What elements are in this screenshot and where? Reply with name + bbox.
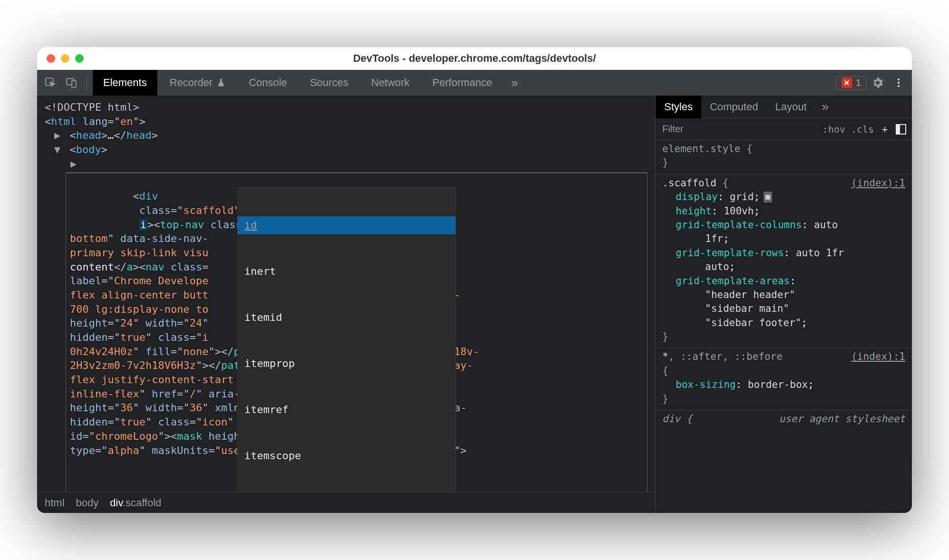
tab-styles[interactable]: Styles — [656, 96, 701, 118]
ac-item-inert[interactable]: inert — [238, 262, 455, 280]
ua-stylesheet-label: user agent stylesheet — [692, 412, 905, 426]
ac-item-id[interactable]: id — [238, 216, 455, 234]
sidebar-toggle-icon[interactable] — [896, 124, 906, 135]
tab-computed[interactable]: Computed — [701, 96, 767, 118]
svg-point-4 — [898, 82, 900, 84]
settings-icon[interactable] — [868, 73, 887, 92]
window-title: DevTools - developer.chrome.com/tags/dev… — [37, 52, 912, 65]
styles-tabbar: Styles Computed Layout » — [656, 96, 912, 118]
crumb-div-scaffold[interactable]: div.scaffold — [110, 497, 161, 509]
attr-autocomplete: id inert itemid itemprop itemref itemsco… — [237, 187, 456, 492]
device-toolbar-icon[interactable] — [62, 73, 81, 92]
source-link[interactable]: (index):1 — [851, 176, 905, 190]
styles-panel: element.style { } .scaffold { (index):1 … — [656, 140, 912, 513]
attr-edit-input[interactable]: i — [139, 219, 147, 231]
hover-toggle[interactable]: :hov — [823, 124, 845, 135]
tab-performance[interactable]: Performance — [422, 70, 503, 96]
tab-elements[interactable]: Elements — [93, 70, 157, 96]
expand-caret-icon[interactable]: ▶ — [70, 158, 77, 170]
tab-network[interactable]: Network — [361, 70, 420, 96]
rule-element-style[interactable]: element.style { } — [656, 140, 912, 174]
cls-toggle[interactable]: .cls — [851, 124, 874, 135]
inspect-element-icon[interactable] — [41, 73, 60, 92]
collapse-caret-icon[interactable]: ▼ — [54, 144, 60, 155]
titlebar: DevTools - developer.chrome.com/tags/dev… — [37, 47, 912, 70]
rule-scaffold[interactable]: .scaffold { (index):1 display: grid;▦ he… — [656, 174, 912, 348]
breadcrumb-bar: html body div.scaffold — [37, 492, 655, 513]
flask-icon — [216, 78, 226, 87]
ac-item-itemscope[interactable]: itemscope — [238, 447, 455, 465]
doctype: <!DOCTYPE html> — [45, 101, 139, 113]
error-icon: ✕ — [842, 77, 852, 88]
rule-ua-div[interactable]: div { user agent stylesheet — [656, 410, 912, 428]
svg-point-3 — [898, 78, 900, 80]
more-tabs-icon[interactable]: » — [504, 76, 524, 90]
kebab-menu-icon[interactable] — [889, 73, 908, 92]
svg-rect-2 — [72, 81, 76, 87]
styles-filter-input[interactable] — [661, 123, 817, 135]
crumb-html[interactable]: html — [45, 497, 65, 509]
grid-badge-icon[interactable]: ▦ — [764, 192, 772, 202]
source-link[interactable]: (index):1 — [851, 350, 905, 364]
tab-console[interactable]: Console — [238, 70, 298, 96]
rule-universal[interactable]: *, ::after, ::before (index):1 { box-siz… — [656, 348, 912, 410]
svg-point-5 — [898, 85, 900, 87]
expand-caret-icon[interactable]: ▶ — [54, 129, 60, 141]
devtools-tabbar: Elements Recorder Console Sources Networ… — [37, 70, 912, 96]
error-count: 1 — [856, 77, 861, 88]
new-style-rule-button[interactable]: ＋ — [880, 122, 890, 136]
separator — [87, 76, 87, 89]
dom-tree[interactable]: <!DOCTYPE html> <html lang="en"> ▶ <head… — [37, 96, 655, 492]
ac-item-itemref[interactable]: itemref — [238, 401, 455, 419]
tab-recorder[interactable]: Recorder — [159, 70, 236, 96]
styles-filterbar: :hov .cls ＋ — [656, 118, 912, 140]
crumb-body[interactable]: body — [76, 497, 99, 509]
devtools-window: DevTools - developer.chrome.com/tags/dev… — [37, 47, 912, 513]
error-count-badge[interactable]: ✕ 1 — [836, 76, 866, 90]
tab-sources[interactable]: Sources — [300, 70, 359, 96]
ac-item-itemprop[interactable]: itemprop — [238, 355, 455, 373]
ac-item-itemid[interactable]: itemid — [238, 309, 455, 327]
editing-node[interactable]: <div class="scaffold" i><top-nav class="… — [66, 173, 648, 492]
more-styles-tabs-icon[interactable]: » — [815, 99, 835, 114]
tab-layout[interactable]: Layout — [766, 96, 815, 118]
